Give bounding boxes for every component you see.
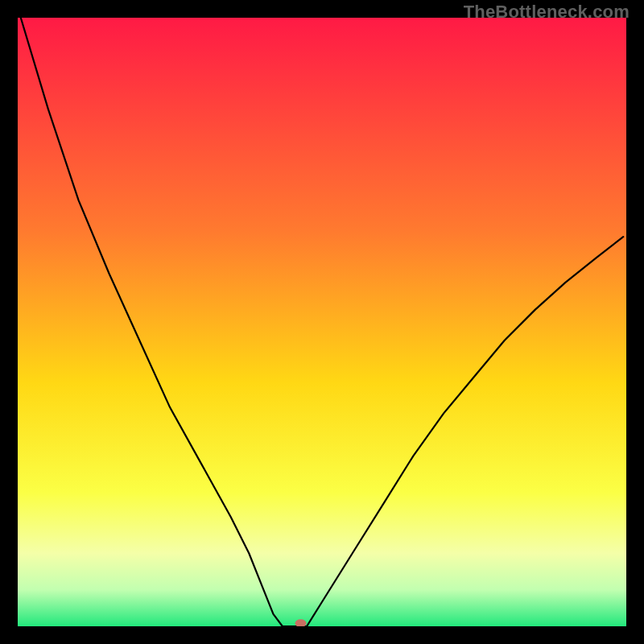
plot-area — [18, 18, 626, 626]
chart-frame: TheBottleneck.com — [0, 0, 644, 644]
watermark-text: TheBottleneck.com — [464, 2, 630, 23]
gradient-background — [18, 18, 626, 626]
plot-svg — [18, 18, 626, 626]
